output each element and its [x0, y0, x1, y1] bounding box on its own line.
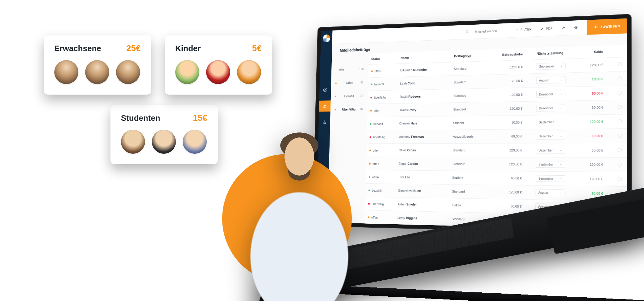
- card-erwachsene: Erwachsene 25€: [44, 35, 151, 95]
- next-payment-select[interactable]: Dezember: [536, 147, 565, 154]
- next-payment-select[interactable]: Dezember: [536, 133, 565, 140]
- status-badge: bezahlt: [368, 189, 382, 192]
- chevron-down-icon: [560, 92, 563, 95]
- svg-point-9: [575, 27, 576, 28]
- member-name: Leah Cobb: [397, 75, 451, 90]
- table-row[interactable]: bezahltChester HaleStudent60,00 €Septemb…: [367, 114, 627, 130]
- fee-amount: 120,00 €: [492, 60, 534, 75]
- pricing-cards: Erwachsene 25€ Kinder 5€ Studenten: [44, 35, 285, 164]
- pdf-label: PDF: [546, 27, 552, 31]
- avatar: [121, 130, 145, 154]
- row-select-radio[interactable]: [618, 148, 622, 152]
- pencil-icon: [540, 26, 544, 31]
- fee-amount: 60,00 €: [492, 129, 533, 143]
- col-status[interactable]: Status: [368, 52, 398, 65]
- fee-type: Student: [449, 171, 491, 185]
- table-row[interactable]: offenEdgar CarsonStandard120,00 €Septemb…: [366, 157, 627, 172]
- search-icon: [465, 30, 469, 34]
- svg-point-3: [325, 105, 326, 106]
- next-payment-select[interactable]: August: [536, 189, 565, 196]
- assign-button[interactable]: ZUWEISEN: [587, 18, 627, 35]
- pdf-button[interactable]: PDF: [540, 26, 553, 31]
- card-title: Erwachsene: [54, 44, 101, 53]
- compass-icon[interactable]: [322, 87, 328, 93]
- member-name: Olivia Cross: [396, 143, 450, 157]
- filter-icon: [515, 28, 519, 33]
- status-filter-item[interactable]: Alle120: [331, 62, 369, 76]
- search-input[interactable]: [472, 27, 507, 35]
- status-badge: überfällig: [370, 135, 385, 139]
- status-filter-item[interactable]: Bezahlt32: [330, 89, 368, 103]
- fee-amount: 120,00 €: [492, 87, 533, 102]
- chevron-down-icon: [560, 149, 563, 152]
- avatar: [175, 60, 199, 84]
- status-badge: überfällig: [368, 202, 384, 206]
- sort-icon: [411, 57, 413, 59]
- chevron-down-icon: [559, 177, 562, 180]
- wrench-icon: [561, 26, 565, 31]
- row-select-radio[interactable]: [618, 91, 622, 95]
- member-name: Chester Hale: [397, 116, 451, 130]
- fee-type: Standard: [450, 102, 492, 116]
- fee-amount: 120,00 €: [492, 101, 533, 116]
- member-name: Dikembe Mutombo: [397, 62, 451, 77]
- saldo-value: 120,00 €: [590, 63, 603, 67]
- status-badge: offen: [369, 162, 379, 165]
- member-name: Edgar Carson: [396, 157, 450, 171]
- status-filter-item[interactable]: Überfällig36: [330, 102, 368, 116]
- row-select-radio[interactable]: [618, 162, 622, 166]
- fee-type: Auszubildender: [450, 129, 492, 143]
- chevron-down-icon: [560, 121, 563, 124]
- next-payment-select[interactable]: Dezember: [536, 91, 565, 98]
- col-amount[interactable]: Beitragshöhe: [492, 48, 534, 61]
- col-saldo[interactable]: Saldo: [581, 45, 615, 59]
- svg-point-4: [324, 120, 325, 121]
- tools-button[interactable]: [561, 26, 565, 31]
- col-next[interactable]: Nächste Zahlung: [534, 46, 581, 60]
- visibility-button[interactable]: [574, 25, 578, 30]
- chevron-down-icon: [560, 135, 563, 137]
- card-price: 5€: [252, 43, 262, 53]
- next-payment-select[interactable]: September: [536, 161, 565, 168]
- fee-amount: 60,00 €: [491, 171, 533, 185]
- status-filter-item[interactable]: Offen41: [331, 75, 368, 90]
- next-payment-select[interactable]: August: [536, 76, 565, 83]
- row-select-radio[interactable]: [618, 119, 622, 123]
- filter-count: 32: [360, 94, 363, 97]
- saldo-value: 30,00 €: [592, 134, 603, 138]
- filter-label: Überfällig: [342, 108, 356, 111]
- fee-type: Standard: [450, 143, 492, 157]
- col-type[interactable]: Beitragstyp: [451, 49, 492, 62]
- filter-count: 41: [360, 81, 364, 84]
- avatar: [152, 130, 176, 154]
- app-logo-icon: [323, 35, 330, 43]
- eye-icon: [574, 25, 578, 30]
- user-plus-icon: [593, 24, 598, 29]
- status-badge: überfällig: [370, 96, 386, 99]
- col-name[interactable]: Name: [398, 51, 451, 64]
- avatar: [237, 60, 261, 84]
- table-row[interactable]: offenOlivia CrossStandard120,00 €Dezembe…: [367, 143, 627, 157]
- member-name: Genevieve Bush: [395, 184, 449, 198]
- card-title: Kinder: [175, 44, 201, 53]
- next-payment-select[interactable]: September: [536, 119, 565, 125]
- table-row[interactable]: überfälligAnthony FreemanAuszubildender6…: [367, 129, 627, 144]
- member-name: David Rodgers: [397, 89, 451, 104]
- saldo-value: 10,00 €: [592, 77, 603, 81]
- row-select-radio[interactable]: [618, 134, 622, 138]
- fee-type: Standard: [451, 75, 492, 89]
- row-select-radio[interactable]: [618, 62, 622, 66]
- search-input-wrap[interactable]: [465, 27, 507, 35]
- member-name: Aiden Snyder: [395, 197, 449, 212]
- row-select-radio[interactable]: [618, 105, 622, 109]
- next-payment-select[interactable]: September: [536, 175, 565, 182]
- row-select-radio[interactable]: [618, 76, 622, 80]
- status-badge: offen: [368, 229, 378, 230]
- next-payment-select[interactable]: Dezember: [536, 104, 566, 112]
- filter-button[interactable]: FILTER: [515, 27, 532, 32]
- next-payment-select[interactable]: September: [537, 63, 566, 70]
- avatar: [206, 60, 230, 84]
- row-select-radio[interactable]: [618, 177, 622, 181]
- card-title: Studenten: [121, 113, 160, 123]
- members-icon[interactable]: [319, 100, 331, 112]
